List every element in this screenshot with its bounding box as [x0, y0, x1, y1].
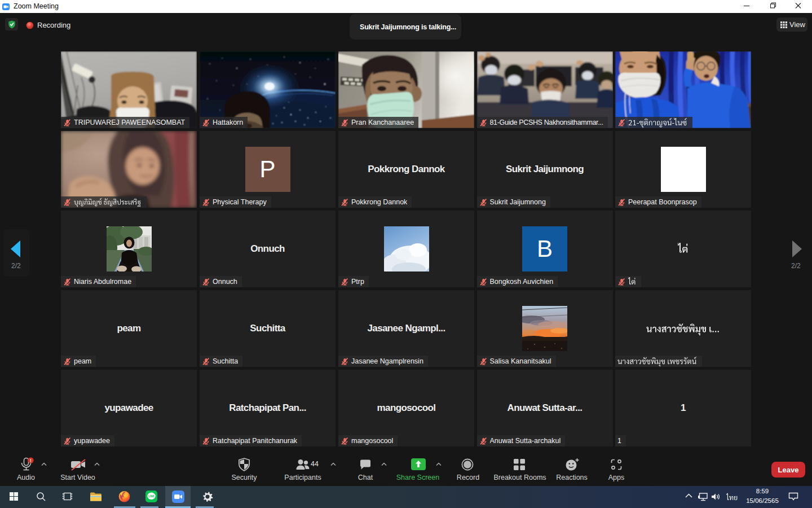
- svg-text:!: !: [30, 458, 32, 463]
- svg-text:LINE: LINE: [148, 495, 154, 498]
